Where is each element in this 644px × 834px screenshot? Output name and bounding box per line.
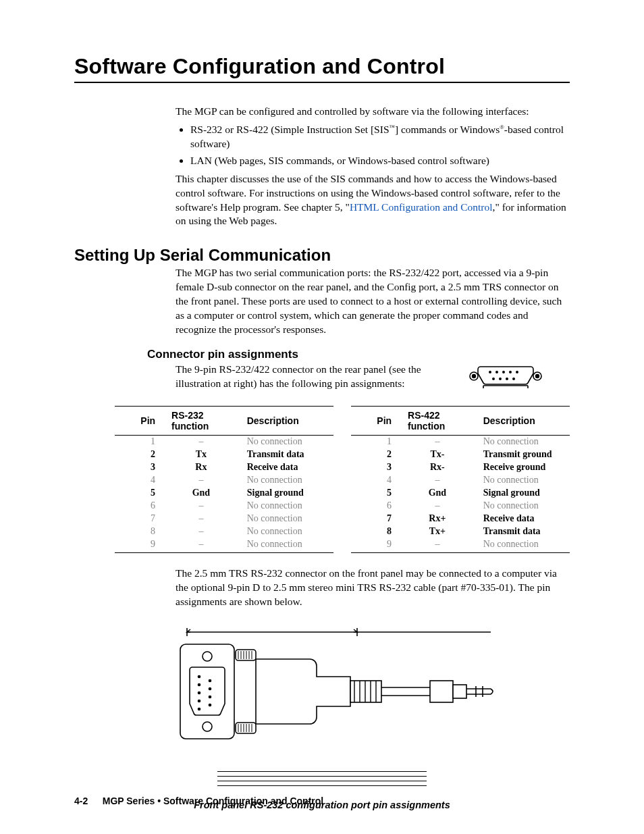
cell-pin: 7	[351, 513, 401, 525]
xref-html-config[interactable]: HTML Configuration and Control	[350, 201, 493, 213]
svg-point-21	[198, 675, 201, 679]
pin-tables: Pin RS-232 function Description 1–No con…	[115, 406, 570, 554]
table-row: 1–No connection	[115, 435, 333, 448]
cell-pin: 6	[115, 500, 165, 513]
pin-note-row: The 9-pin RS-232/422 connector on the re…	[176, 363, 570, 394]
cell-description: No connection	[240, 435, 333, 448]
svg-point-1	[473, 375, 476, 378]
heading-setting-up-serial: Setting Up Serial Communication	[74, 246, 570, 265]
th-desc: Description	[477, 406, 570, 435]
intro-block: The MGP can be configured and controlled…	[176, 105, 570, 228]
cell-description: No connection	[240, 538, 333, 553]
cell-function: Gnd	[401, 487, 477, 500]
figure-rule	[217, 771, 427, 772]
trs-para: The 2.5 mm TRS RS-232 connector on the f…	[176, 567, 570, 609]
cell-description: No connection	[477, 538, 570, 553]
table-row: 6–No connection	[351, 500, 570, 513]
table-row: 3Rx-Receive ground	[351, 461, 570, 474]
figure-rule	[217, 781, 427, 781]
intro-lead: The MGP can be configured and controlled…	[176, 105, 570, 119]
page-footer: 4-2 MGP Series • Software Configuration …	[74, 796, 323, 807]
svg-point-22	[198, 683, 201, 687]
page: Software Configuration and Control The M…	[0, 0, 644, 834]
cell-function: Rx	[165, 461, 240, 474]
cell-description: Transmit data	[477, 525, 570, 538]
figure-trs-cable: Front panel RS-232 configuration port pi…	[74, 624, 570, 810]
cell-function: –	[401, 538, 477, 553]
cell-function: Tx+	[401, 525, 477, 538]
svg-point-24	[198, 700, 201, 703]
chapter-title: Software Configuration and Control	[74, 54, 570, 79]
svg-point-6	[502, 371, 505, 373]
table-rs422: Pin RS-422 function Description 1–No con…	[351, 406, 570, 554]
svg-point-3	[536, 375, 539, 378]
cell-function: –	[165, 435, 240, 448]
cell-pin: 4	[115, 474, 165, 487]
cell-function: –	[165, 500, 240, 513]
svg-point-5	[495, 371, 498, 373]
db9-connector-icon	[468, 361, 543, 394]
svg-point-12	[512, 377, 515, 380]
trs-cable-illustration-icon	[140, 624, 504, 752]
cell-description: No connection	[240, 474, 333, 487]
cell-pin: 5	[351, 487, 401, 500]
cell-function: –	[165, 525, 240, 538]
svg-point-19	[203, 652, 212, 661]
svg-point-26	[209, 679, 212, 683]
table-row: 4–No connection	[351, 474, 570, 487]
intro-para-2: This chapter discusses the use of the SI…	[176, 172, 570, 229]
section1-body: The MGP has two serial communication por…	[176, 266, 570, 337]
svg-rect-18	[180, 644, 234, 739]
cell-function: –	[401, 474, 477, 487]
table-row: 7Rx+Receive data	[351, 513, 570, 525]
svg-point-11	[506, 377, 508, 380]
svg-point-7	[509, 371, 512, 373]
svg-point-4	[489, 371, 491, 373]
cell-pin: 6	[351, 500, 401, 513]
cell-function: Tx-	[401, 448, 477, 461]
cell-function: –	[165, 538, 240, 553]
cell-pin: 3	[351, 461, 401, 474]
cell-pin: 9	[351, 538, 401, 553]
cell-description: Transmit ground	[477, 448, 570, 461]
intro-bullet-2: LAN (Web pages, SIS commands, or Windows…	[190, 154, 570, 168]
cell-description: Receive data	[240, 461, 333, 474]
intro-bullets: RS-232 or RS-422 (Simple Instruction Set…	[190, 123, 570, 168]
table-row: 4–No connection	[115, 474, 333, 487]
cell-function: Rx+	[401, 513, 477, 525]
cell-function: Tx	[165, 448, 240, 461]
table-row: 7–No connection	[115, 513, 333, 525]
svg-point-8	[516, 371, 518, 373]
cell-function: –	[401, 500, 477, 513]
svg-point-27	[209, 687, 212, 691]
cell-description: Transmit data	[240, 448, 333, 461]
cell-description: No connection	[240, 525, 333, 538]
svg-point-29	[209, 704, 212, 707]
cell-description: No connection	[240, 500, 333, 513]
table-rs232: Pin RS-232 function Description 1–No con…	[115, 406, 333, 554]
svg-rect-53	[453, 685, 466, 698]
page-number: 4-2	[74, 796, 88, 806]
figure-rule	[217, 785, 427, 786]
table-row: 6–No connection	[115, 500, 333, 513]
figure-rule-group	[217, 767, 427, 790]
cell-description: No connection	[477, 474, 570, 487]
cell-pin: 2	[351, 448, 401, 461]
cell-pin: 7	[115, 513, 165, 525]
cell-description: Receive ground	[477, 461, 570, 474]
table-row: 5GndSignal ground	[115, 487, 333, 500]
svg-point-9	[492, 377, 495, 380]
th-func: RS-422 function	[401, 406, 477, 435]
section1-para: The MGP has two serial communication por…	[176, 266, 570, 337]
figure-rule	[217, 776, 427, 777]
svg-point-10	[499, 377, 502, 380]
cell-pin: 9	[115, 538, 165, 553]
table-row: 8Tx+Transmit data	[351, 525, 570, 538]
title-rule	[74, 82, 570, 83]
table-row: 1–No connection	[351, 435, 570, 448]
table-row: 9–No connection	[115, 538, 333, 553]
cell-pin: 8	[115, 525, 165, 538]
svg-rect-52	[430, 681, 453, 702]
th-func: RS-232 function	[165, 406, 240, 435]
cell-description: Signal ground	[477, 487, 570, 500]
